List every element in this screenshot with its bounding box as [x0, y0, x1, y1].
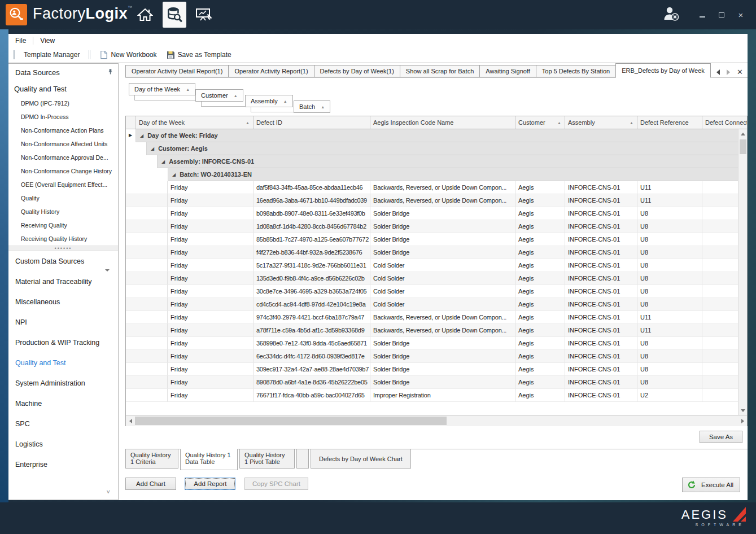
report-tab[interactable]: Operator Activity Report(1) [228, 65, 313, 77]
table-row[interactable]: Friday 974c3f40-2979-4421-bccf-6ba187c79… [126, 311, 738, 324]
toolbar-grip[interactable] [89, 50, 91, 59]
collapse-group-icon[interactable]: ◢ [172, 172, 176, 177]
group-chip[interactable]: Batch ▲ [294, 100, 330, 113]
tree-item[interactable]: Non-Conformance Affected Units [8, 137, 118, 151]
report-tab[interactable]: Operator Activity Detail Report(1) [125, 65, 228, 77]
column-header[interactable]: Day of the Week ▲ [136, 116, 254, 129]
home-icon[interactable] [133, 2, 157, 28]
table-row[interactable]: Friday 5c17a327-9f31-418c-9d2e-766bb6011… [126, 259, 738, 272]
report-tab[interactable]: ERB_Defects by Day of Week [615, 63, 711, 78]
menu-file[interactable]: File [8, 37, 33, 45]
column-header[interactable]: Aegis Inspection Code Name ▲ [370, 116, 515, 129]
report-tab[interactable]: Show all Scrap for Batch [400, 65, 479, 77]
tree-item[interactable]: Quality [8, 191, 118, 205]
user-logout-icon[interactable] [662, 6, 680, 24]
scroll-down-arrow[interactable] [738, 406, 747, 415]
table-row[interactable]: Friday a78f711e-c59a-4b5d-af1c-3d59b9336… [126, 324, 738, 337]
sort-ascending-icon[interactable]: ▲ [234, 94, 238, 98]
maximize-button[interactable] [716, 10, 727, 20]
tree-item[interactable]: DPMO In-Process [8, 110, 118, 124]
collapse-group-icon[interactable]: ◢ [151, 146, 154, 151]
scroll-left-arrow[interactable] [126, 415, 135, 426]
sidebar-splitter[interactable]: •••••• [8, 246, 118, 251]
group-chip[interactable]: Day of the Week ▲ [129, 83, 195, 95]
group-row[interactable]: ◢ Assembly: INFORCE-CNS-01 [126, 155, 738, 168]
scroll-right-arrow[interactable] [738, 415, 747, 426]
sheet-tab[interactable]: Quality History 1 Criteria [125, 449, 178, 469]
group-row[interactable]: ◢ Customer: Aegis [126, 142, 738, 155]
horizontal-scrollbar[interactable] [126, 415, 747, 426]
sheet-tab[interactable] [296, 449, 309, 469]
vertical-scrollbar[interactable] [738, 129, 747, 415]
table-row[interactable]: Friday cd4c5cd4-ac94-4df8-97dd-42e104c19… [126, 298, 738, 311]
report-tab[interactable]: Awaiting Signoff [479, 65, 535, 77]
sheet-tab[interactable]: Defects by Day of Week Chart [311, 449, 411, 469]
table-row[interactable]: Friday 890878d0-a6bf-4a1e-8d36-45b26222b… [126, 376, 738, 389]
collapse-group-icon[interactable]: ◢ [140, 133, 143, 138]
presentation-icon[interactable] [192, 2, 216, 28]
sidebar-category[interactable]: NPI [8, 312, 118, 332]
tree-item[interactable]: OEE (Overall Equipment Effect... [8, 178, 118, 191]
group-row[interactable]: ◢ Batch: WO-20140313-EN [126, 168, 738, 181]
tree-item[interactable]: Non-Conformance Action Plans [8, 124, 118, 137]
report-tab[interactable]: Top 5 Defects By Station [536, 65, 615, 77]
sheet-tab[interactable]: Quality History 1 Pivot Table [239, 449, 295, 469]
table-row[interactable]: Friday 85b85bd1-7c27-4970-a125-6ea607b77… [126, 233, 738, 246]
sidebar-category[interactable]: Custom Data Sources [8, 251, 118, 272]
sidebar-category[interactable]: System Administration [8, 373, 118, 393]
table-row[interactable]: Friday b098abdb-8907-48e0-8311-6e33ef493… [126, 207, 738, 220]
table-row[interactable]: Friday f4f272eb-b836-44bf-932a-9de2f5238… [126, 246, 738, 259]
template-manager-button[interactable]: Template Manager [19, 51, 84, 59]
sort-ascending-icon[interactable]: ▲ [186, 87, 190, 91]
sidebar-category[interactable]: Miscellaneous [8, 292, 118, 312]
sidebar-category[interactable]: Quality and Test [8, 353, 118, 373]
table-row[interactable]: Friday 368998e0-7e12-43f0-9dda-45c6aed65… [126, 337, 738, 350]
vertical-scroll-thumb[interactable] [740, 139, 746, 154]
table-row[interactable]: Friday 30c8e7ce-3496-4695-a329-b3653a724… [126, 285, 738, 298]
sort-ascending-icon[interactable]: ▲ [321, 105, 325, 109]
collapse-group-icon[interactable]: ◢ [161, 159, 165, 164]
sidebar-category[interactable]: Machine [8, 393, 118, 414]
sort-ascending-icon[interactable]: ▲ [283, 99, 287, 103]
add-chart-button[interactable]: Add Chart [125, 478, 176, 490]
minimize-button[interactable] [697, 10, 707, 20]
tab-close-icon[interactable]: ✕ [737, 69, 743, 75]
more-items-icon[interactable] [105, 272, 110, 282]
column-header[interactable]: Customer ▲ [515, 116, 565, 129]
toolbar-grip[interactable] [13, 50, 16, 59]
tab-scroll-left-icon[interactable] [716, 69, 720, 75]
table-row[interactable]: Friday 76671f17-fdca-40bb-a59c-bac004027… [126, 389, 738, 402]
group-chip[interactable]: Customer ▲ [195, 89, 243, 102]
sidebar-category[interactable]: Enterprise [8, 454, 118, 475]
add-report-button[interactable]: Add Report [185, 478, 235, 490]
sidebar-category[interactable]: Material and Traceability [8, 272, 118, 292]
table-row[interactable]: Friday 135d3ed0-f9b8-4f4c-a9ce-d56b6226c… [126, 272, 738, 285]
sidebar-category[interactable]: Production & WIP Tracking [8, 332, 118, 353]
column-header[interactable]: Defect ID ▲ [254, 116, 370, 129]
table-row[interactable]: Friday 6ec334dc-d4fc-4172-8d60-0939f3ed8… [126, 350, 738, 363]
table-row[interactable]: Friday 1d08a8cf-1d4b-4280-8ccb-8456d6778… [126, 220, 738, 233]
table-row[interactable]: Friday 309ec917-32a4-42a7-ae88-28ae4d703… [126, 363, 738, 376]
new-workbook-button[interactable]: New Workbook [95, 50, 161, 59]
column-header[interactable]: Assembly ▲ [565, 116, 637, 129]
tree-header-quality-and-test[interactable]: Quality and Test [8, 81, 118, 97]
table-row[interactable]: Friday 16ead96a-3aba-4671-bb10-449bdfadc… [126, 194, 738, 207]
group-chip[interactable]: Assembly ▲ [245, 95, 293, 107]
execute-all-button[interactable]: Execute All [682, 478, 740, 492]
sidebar-category[interactable]: SPC [8, 414, 118, 434]
column-header[interactable]: Defect Reference ▲ [637, 116, 702, 129]
pin-icon[interactable] [107, 68, 113, 77]
tree-item[interactable]: Non-Conformance Approval De... [8, 151, 118, 164]
horizontal-scroll-thumb[interactable] [135, 417, 447, 425]
sidebar-category[interactable]: Logistics [8, 434, 118, 454]
column-header[interactable]: Defect Connect ▲ [702, 116, 747, 129]
scroll-up-arrow[interactable] [738, 129, 747, 138]
tree-item[interactable]: DPMO (IPC-7912) [8, 97, 118, 110]
group-row[interactable]: ◢ Day of the Week: Friday [126, 129, 738, 142]
save-as-template-button[interactable]: Save as Template [161, 50, 236, 59]
menu-view[interactable]: View [33, 37, 62, 45]
sheet-tab[interactable]: Quality History 1 Data Table [180, 449, 238, 470]
close-button[interactable]: × [736, 10, 746, 20]
table-row[interactable]: Friday daf5f843-34fb-45aa-85ce-abdaa11ec… [126, 181, 738, 194]
tree-item[interactable]: Quality History [8, 205, 118, 218]
